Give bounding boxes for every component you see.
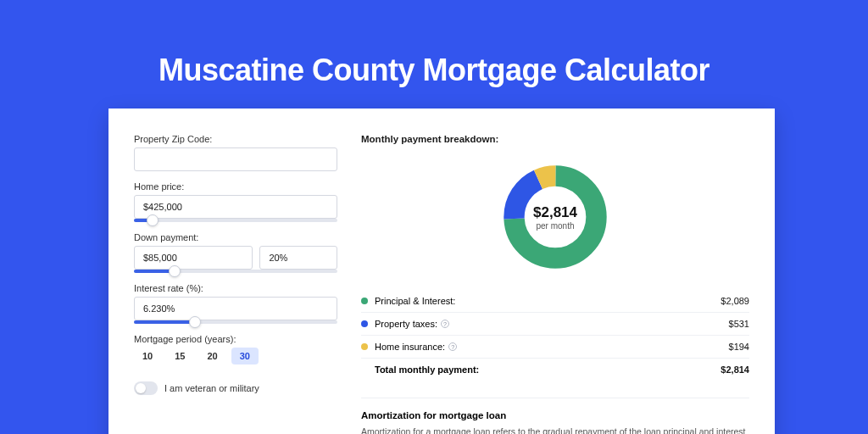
legend-row-pi: Principal & Interest: $2,089 [361,290,749,313]
home-price-input[interactable] [134,195,337,219]
period-chip-10[interactable]: 10 [134,348,161,364]
calculator-card: Property Zip Code: Home price: Down paym… [108,108,775,434]
breakdown-panel: Monthly payment breakdown: $2,814 per mo… [361,134,749,434]
swatch-icon [361,343,368,350]
interest-slider-thumb[interactable] [189,316,201,328]
zip-input[interactable] [134,147,337,171]
legend-label-pi: Principal & Interest: [375,296,721,306]
legend-val-pi: $2,089 [721,296,749,306]
interest-label: Interest rate (%): [134,283,337,293]
amort-title: Amortization for mortgage loan [361,398,749,420]
period-chip-30[interactable]: 30 [231,348,259,364]
veteran-toggle[interactable] [134,381,158,395]
home-price-slider[interactable] [134,219,337,222]
period-label: Mortgage period (years): [134,334,337,344]
period-chips: 10 15 20 30 [134,348,337,364]
interest-field: Interest rate (%): [134,283,337,324]
legend-row-total: Total monthly payment: $2,814 [361,359,749,381]
veteran-toggle-knob [136,383,146,393]
down-payment-slider-thumb[interactable] [169,265,181,277]
legend-label-tax-text: Property taxes: [375,319,437,329]
period-chip-20[interactable]: 20 [199,348,226,364]
donut-chart: $2,814 per month [361,158,749,276]
legend: Principal & Interest: $2,089 Property ta… [361,290,749,381]
legend-val-ins: $194 [729,342,749,352]
info-icon[interactable]: ? [441,320,449,328]
amort-body: Amortization for a mortgage loan refers … [361,426,749,434]
interest-slider[interactable] [134,320,337,324]
veteran-label: I am veteran or military [164,383,259,393]
breakdown-title: Monthly payment breakdown: [361,134,749,144]
down-payment-field: Down payment: [134,232,337,273]
period-field: Mortgage period (years): 10 15 20 30 [134,334,337,364]
legend-val-tax: $531 [729,319,749,329]
legend-label-tax: Property taxes: ? [375,319,729,329]
donut-center: $2,814 per month [533,204,577,231]
down-payment-input[interactable] [134,246,253,270]
swatch-icon [361,320,368,327]
period-chip-15[interactable]: 15 [166,348,193,364]
home-price-slider-thumb[interactable] [147,214,159,226]
zip-field: Property Zip Code: [134,134,337,171]
amortization-section: Amortization for mortgage loan Amortizat… [361,394,749,434]
legend-row-ins: Home insurance: ? $194 [361,336,749,359]
veteran-row: I am veteran or military [134,375,337,395]
legend-label-ins-text: Home insurance: [375,342,445,352]
form-panel: Property Zip Code: Home price: Down paym… [134,134,337,434]
down-payment-percent-input[interactable] [259,246,337,270]
legend-row-tax: Property taxes: ? $531 [361,313,749,336]
info-icon[interactable]: ? [448,342,457,351]
legend-val-total: $2,814 [721,364,749,375]
page-title: Muscatine County Mortgage Calculator [0,0,868,88]
zip-label: Property Zip Code: [134,134,337,144]
legend-label-ins: Home insurance: ? [375,342,729,352]
home-price-field: Home price: [134,181,337,222]
donut-center-sub: per month [533,221,577,231]
home-price-label: Home price: [134,181,337,192]
down-payment-label: Down payment: [134,232,337,242]
swatch-icon [361,298,368,304]
interest-input[interactable] [134,297,337,320]
legend-label-total: Total monthly payment: [375,364,721,375]
down-payment-slider[interactable] [134,270,337,273]
interest-slider-fill [134,320,195,324]
donut-center-amount: $2,814 [533,204,577,221]
